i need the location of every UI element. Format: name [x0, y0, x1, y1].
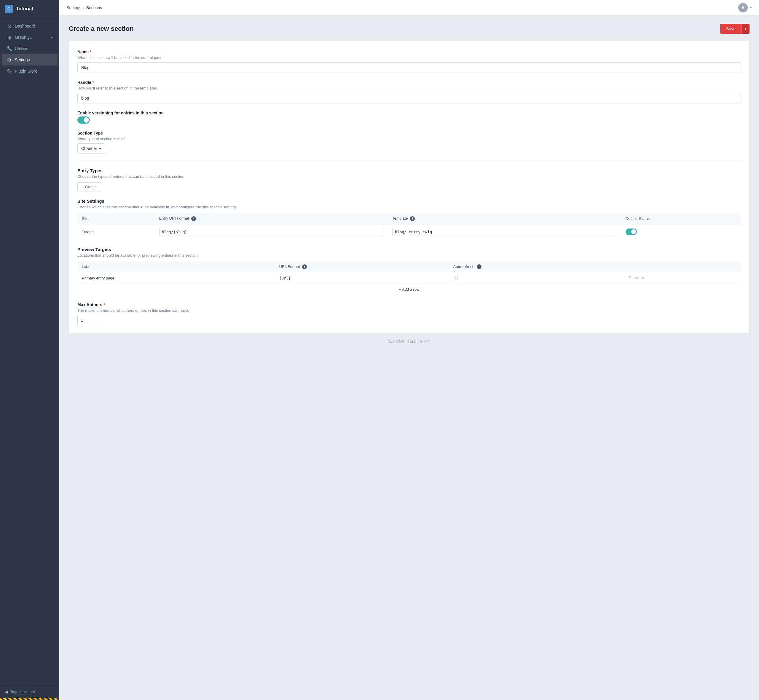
version-label: 5.4.7.1 [420, 340, 431, 344]
max-authors-description: The maximum number of authors entries in… [77, 308, 741, 312]
sidebar-item-label: Dashboard [15, 24, 35, 28]
entry-types-heading: Entry Types [77, 168, 741, 173]
versioning-toggle-wrap [77, 116, 741, 123]
logo-icon: C [5, 5, 13, 13]
preview-targets-field-group: Preview Targets Locations that should be… [77, 247, 741, 295]
name-input[interactable] [77, 62, 741, 73]
utilities-icon: 🔧 [6, 46, 12, 51]
section-type-dropdown[interactable]: Channel ▾ [77, 144, 105, 153]
breadcrumb-settings[interactable]: Settings [66, 5, 81, 10]
max-authors-input[interactable] [77, 315, 101, 325]
entry-types-description: Choose the types of entries that can be … [77, 174, 741, 179]
preview-targets-description: Locations that should be available for p… [77, 253, 741, 258]
col-actions [625, 261, 740, 272]
handle-field-group: Handle * How you'll refer to this sectio… [77, 80, 741, 103]
preview-targets-heading: Preview Targets [77, 247, 741, 252]
topbar-right: A ▾ [738, 3, 752, 12]
row-actions: ⠿ ••• ✕ [629, 276, 737, 280]
table-row: Tutorial [78, 224, 741, 239]
section-type-label: Section Type [77, 131, 741, 136]
footer: Craft CMS SOLO 5.4.7.1 [69, 334, 750, 350]
sidebar-item-settings[interactable]: ⚙ Settings [2, 54, 58, 66]
sidebar-item-plugin-store[interactable]: 🔌 Plugin Store [2, 66, 58, 77]
avatar-chevron-icon[interactable]: ▾ [750, 6, 752, 9]
section-type-description: What type of section is this? [77, 137, 741, 141]
create-entry-type-button[interactable]: + Create [77, 182, 101, 191]
chevron-down-icon: ▾ [99, 146, 101, 151]
auto-refresh-info-icon: i [477, 264, 482, 269]
sidebar-item-label: GraphQL [15, 35, 32, 40]
dashboard-icon: ⊙ [6, 23, 12, 29]
preview-label-cell: Primary entry page [78, 272, 275, 284]
template-info-icon: i [410, 216, 415, 221]
url-format-cell: {url} [275, 272, 449, 284]
site-name-cell: Tutorial [78, 224, 155, 239]
default-status-toggle[interactable] [626, 228, 637, 235]
entry-uri-input[interactable] [159, 228, 384, 236]
toggle-knob [84, 117, 89, 123]
max-authors-label: Max Authors * [77, 302, 741, 307]
handle-label: Handle * [77, 80, 741, 85]
preview-targets-table: Label URL Format i Auto-refresh i [77, 261, 741, 295]
content-area: Create a new section Save ▾ Name * What … [59, 16, 759, 700]
template-input[interactable] [392, 228, 617, 236]
sidebar-item-dashboard[interactable]: ⊙ Dashboard [2, 20, 58, 32]
row-actions-cell: ⠿ ••• ✕ [625, 272, 740, 284]
sidebar-item-graphql[interactable]: ◈ GraphQL ▾ [2, 32, 58, 43]
save-button[interactable]: Save [720, 24, 742, 34]
col-label: Label [78, 261, 275, 272]
versioning-toggle[interactable] [77, 116, 90, 123]
add-row-button[interactable]: + Add a row [78, 284, 741, 295]
required-indicator: * [103, 302, 105, 307]
more-options-icon[interactable]: ••• [634, 276, 638, 280]
section-type-field-group: Section Type What type of section is thi… [77, 131, 741, 153]
app-logo[interactable]: C Tutorial [0, 0, 59, 18]
col-template: Template i [388, 213, 621, 224]
default-status-cell [621, 224, 741, 239]
graphql-icon: ◈ [6, 35, 12, 40]
site-settings-description: Choose which sites this section should b… [77, 205, 741, 209]
entry-uri-cell[interactable] [155, 224, 388, 239]
divider-1 [77, 161, 741, 161]
toggle-sidebar-button[interactable]: ◀ Toggle sidebar [0, 686, 59, 698]
url-format-info-icon: i [302, 264, 307, 269]
col-site: Site [78, 213, 155, 224]
save-dropdown-button[interactable]: ▾ [742, 24, 750, 34]
sidebar: C Tutorial ⊙ Dashboard ◈ GraphQL ▾ 🔧 Uti… [0, 0, 59, 700]
auto-refresh-checkbox[interactable]: ✓ [453, 276, 458, 280]
col-entry-uri: Entry URI Format i [155, 213, 388, 224]
required-indicator: * [92, 80, 94, 85]
required-indicator: * [90, 50, 91, 54]
name-field-group: Name * What this section will be called … [77, 50, 741, 73]
drag-handle-icon[interactable]: ⠿ [629, 276, 632, 280]
auto-refresh-cell: ✓ [449, 272, 625, 284]
form-card: Name * What this section will be called … [69, 41, 750, 334]
max-authors-field-group: Max Authors * The maximum number of auth… [77, 302, 741, 325]
save-button-group: Save ▾ [720, 24, 750, 34]
sidebar-stripe [0, 698, 59, 700]
toggle-sm-knob [631, 230, 636, 234]
solo-badge: SOLO [406, 340, 418, 344]
col-auto-refresh: Auto-refresh i [449, 261, 625, 272]
topbar: Settings › Sections A ▾ [59, 0, 759, 16]
versioning-label: Enable versioning for entries in this se… [77, 111, 741, 115]
avatar[interactable]: A [738, 3, 748, 12]
page-header: Create a new section Save ▾ [69, 24, 750, 34]
section-type-value: Channel [81, 146, 97, 151]
chevron-down-icon: ▾ [51, 36, 53, 39]
handle-description: How you'll refer to this section in the … [77, 86, 741, 91]
handle-input[interactable] [77, 93, 741, 103]
site-settings-table: Site Entry URI Format i Template i Defau… [77, 213, 741, 240]
site-settings-heading: Site Settings [77, 198, 741, 204]
template-cell[interactable] [388, 224, 621, 239]
toggle-sidebar-label: Toggle sidebar [10, 690, 35, 694]
sidebar-item-label: Utilities [15, 46, 28, 51]
remove-row-button[interactable]: ✕ [641, 276, 645, 280]
breadcrumb-sections[interactable]: Sections [86, 5, 102, 10]
col-url-format: URL Format i [275, 261, 449, 272]
sidebar-item-utilities[interactable]: 🔧 Utilities [2, 43, 58, 54]
main-content: Settings › Sections A ▾ Create a new sec… [59, 0, 759, 700]
cms-label: Craft CMS [388, 340, 404, 344]
versioning-field-group: Enable versioning for entries in this se… [77, 111, 741, 123]
breadcrumb-separator: › [83, 6, 85, 10]
